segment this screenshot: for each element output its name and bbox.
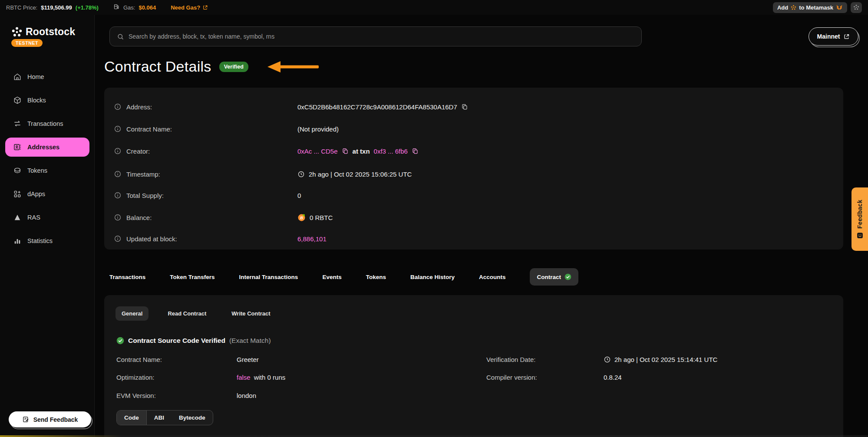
info-icon	[114, 235, 122, 243]
detail-row-address: Address: 0xC5D2B6b48162C7728c9A008612D64…	[114, 101, 834, 112]
tab-token-transfers[interactable]: Token Transfers	[170, 274, 215, 280]
sidebar-nav: Home Blocks Transactions	[5, 67, 89, 255]
feedback-label: Feedback	[856, 200, 863, 229]
info-icon	[114, 103, 122, 111]
contract-address: 0xC5D2B6b48162C7728c9A008612D64FA8530A16…	[297, 103, 457, 111]
sidebar: Rootstock TESTNET Home Blocks Transacti	[0, 15, 95, 437]
total-supply-value: 0	[297, 192, 301, 199]
network-switch-button[interactable]: Mainnet	[809, 27, 858, 46]
network-badge: TESTNET	[11, 39, 43, 47]
topbar-actions: Add to Metamask	[773, 2, 862, 13]
copy-address-icon[interactable]	[461, 103, 468, 110]
tab-tokens[interactable]: Tokens	[366, 274, 386, 280]
field-optimization: Optimization: false with 0 runs	[116, 372, 285, 382]
field-verification-date: Verification Date: 2h ago | Oct 02 2025 …	[486, 355, 717, 364]
copy-creator-icon[interactable]	[342, 148, 349, 154]
home-icon	[13, 72, 22, 81]
tab-contract[interactable]: Contract	[530, 268, 578, 286]
code-view-switcher: Code ABI Bytecode	[116, 410, 213, 425]
rbtc-price-change: (+1.78%)	[76, 4, 99, 11]
rbtc-price-value: $119,506.99	[41, 4, 72, 11]
sidebar-item-addresses[interactable]: Addresses	[5, 138, 89, 157]
optimization-flag: false	[237, 374, 251, 381]
external-link-icon	[843, 33, 850, 40]
svg-text:B: B	[300, 215, 303, 220]
updated-block-link[interactable]: 6,886,101	[297, 235, 327, 243]
detail-row-total-supply: Total Supply: 0	[114, 190, 834, 201]
sidebar-item-transactions[interactable]: Transactions	[5, 114, 89, 133]
rbtc-coin-icon: B	[297, 214, 306, 222]
contract-name-value: (Not provided)	[297, 125, 339, 133]
need-gas-link[interactable]: Need Gas?	[171, 4, 208, 11]
subtab-general[interactable]: General	[116, 306, 149, 321]
detail-row-contract-name: Contract Name: (Not provided)	[114, 123, 834, 135]
creation-txn-link[interactable]: 0xf3 ... 6fb6	[374, 148, 408, 155]
copy-txn-icon[interactable]	[412, 148, 419, 154]
feedback-note-icon	[22, 416, 30, 423]
sidebar-item-home[interactable]: Home	[5, 67, 89, 86]
send-feedback-button[interactable]: Send Feedback	[9, 411, 91, 427]
feedback-smiley-icon	[856, 232, 864, 239]
compiler-version-value: 0.8.24	[604, 374, 622, 381]
page-title: Contract Details	[104, 58, 211, 75]
clock-icon	[604, 356, 611, 363]
tab-internal-transactions[interactable]: Internal Transactions	[239, 274, 298, 280]
rbtc-price-label: RBTC Price:	[6, 4, 37, 11]
feedback-edge-tab[interactable]: Feedback	[851, 187, 868, 251]
info-icon	[114, 147, 122, 155]
source-verified-line: Contract Source Code Verified (Exact Mat…	[116, 337, 271, 345]
triangle-icon	[13, 213, 22, 222]
annotation-arrow-icon	[267, 61, 319, 72]
tab-accounts[interactable]: Accounts	[479, 274, 506, 280]
app-root: RBTC Price: $119,506.99 (+1.78%) Gas: $0…	[0, 0, 868, 437]
tab-balance-history[interactable]: Balance History	[410, 274, 455, 280]
rootstock-flower-icon	[791, 5, 796, 10]
contract-subtabs: General Read Contract Write Contract	[116, 306, 277, 321]
check-circle-icon	[116, 337, 124, 345]
info-icon	[114, 170, 122, 178]
search-icon	[117, 33, 124, 40]
creator-address-link[interactable]: 0xAc ... CD5e	[297, 148, 338, 155]
brand-name: Rootstock	[26, 26, 75, 38]
add-to-metamask-button[interactable]: Add to Metamask	[773, 2, 847, 13]
tab-events[interactable]: Events	[322, 274, 341, 280]
info-icon	[114, 191, 122, 199]
verified-badge: Verified	[219, 62, 248, 72]
page-header: Contract Details Verified	[104, 58, 319, 75]
rootstock-flower-icon	[853, 4, 859, 10]
sidebar-item-blocks[interactable]: Blocks	[5, 91, 89, 110]
sidebar-item-dapps[interactable]: dApps	[5, 184, 89, 204]
transfer-arrows-icon	[13, 119, 22, 128]
search-input[interactable]	[129, 33, 634, 40]
field-compiler-version: Compiler version: 0.8.24	[486, 372, 622, 382]
contact-card-icon	[13, 143, 22, 151]
verified-title: Contract Source Code Verified	[128, 337, 225, 345]
sidebar-item-ras[interactable]: RAS	[5, 208, 89, 227]
balance-value: 0 RBTC	[310, 214, 333, 221]
cube-icon	[13, 96, 22, 105]
rootstock-icon-button[interactable]	[851, 2, 862, 13]
clock-icon	[297, 171, 305, 178]
address-tabs: Transactions Token Transfers Internal Tr…	[109, 267, 578, 286]
sidebar-item-tokens[interactable]: Tokens	[5, 161, 89, 180]
abi-tab[interactable]: ABI	[147, 411, 172, 425]
code-tab[interactable]: Code	[117, 411, 147, 425]
bytecode-tab[interactable]: Bytecode	[172, 411, 213, 425]
subtab-read-contract[interactable]: Read Contract	[162, 306, 212, 321]
detail-row-creator: Creator: 0xAc ... CD5e at txn 0xf3 ... 6…	[114, 145, 834, 157]
detail-row-timestamp: Timestamp: 2h ago | Oct 02 2025 15:06:25…	[114, 168, 834, 180]
topbar: RBTC Price: $119,506.99 (+1.78%) Gas: $0…	[0, 0, 868, 15]
gas-value: $0.064	[139, 4, 156, 11]
brand-logo[interactable]: Rootstock	[11, 26, 75, 38]
subtab-write-contract[interactable]: Write Contract	[225, 306, 276, 321]
info-icon	[114, 125, 122, 133]
gas-label: Gas:	[123, 4, 135, 11]
dapps-grid-icon	[13, 190, 22, 198]
tab-transactions[interactable]: Transactions	[109, 274, 145, 280]
sidebar-item-statistics[interactable]: Statistics	[5, 231, 89, 250]
contract-panel-card: General Read Contract Write Contract Con…	[104, 295, 843, 437]
detail-row-balance: Balance: B 0 RBTC	[114, 212, 834, 223]
contract-name-verified-value: Greeter	[237, 356, 259, 363]
coin-icon	[13, 166, 22, 175]
timestamp-value: 2h ago | Oct 02 2025 15:06:25 UTC	[309, 171, 412, 178]
